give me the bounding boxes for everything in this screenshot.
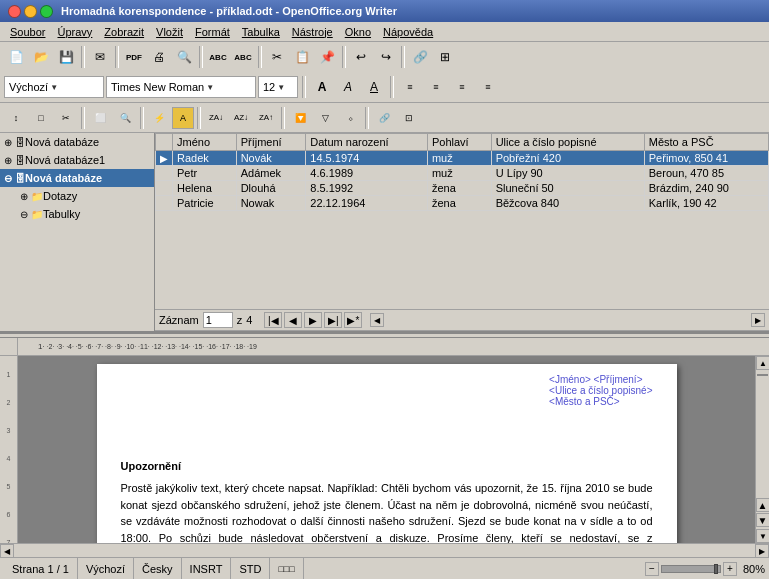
tb3-sort1[interactable]: ZA↓	[204, 106, 228, 130]
first-record-button[interactable]: |◀	[264, 312, 282, 328]
data-table: Jméno Příjmení Datum narození Pohlaví Ul…	[155, 133, 769, 211]
bold-button[interactable]: A	[310, 75, 334, 99]
align-right-button[interactable]: ≡	[450, 75, 474, 99]
table-row[interactable]: Petr Adámek 4.6.1989 muž U Lípy 90 Berou…	[156, 166, 769, 181]
cell-prijmeni: Adámek	[236, 166, 306, 181]
menu-okno[interactable]: Okno	[339, 24, 377, 40]
menu-napoveda[interactable]: Nápověda	[377, 24, 439, 40]
cell-pohlavi: žena	[427, 181, 491, 196]
preview-button[interactable]: 🔍	[172, 45, 196, 69]
ruler-corner	[0, 338, 18, 355]
zoom-bar[interactable]	[661, 565, 721, 573]
copy-button[interactable]: 📋	[290, 45, 314, 69]
font-size-selector[interactable]: 12 ▼	[258, 76, 298, 98]
email-button[interactable]: ✉	[88, 45, 112, 69]
print-button[interactable]: 🖨	[147, 45, 171, 69]
tb3-sort3[interactable]: ZA↑	[254, 106, 278, 130]
align-left-button[interactable]: ≡	[398, 75, 422, 99]
font-style-selector[interactable]: Výchozí ▼	[4, 76, 104, 98]
open-button[interactable]: 📂	[29, 45, 53, 69]
vscroll-track	[756, 370, 769, 496]
tree-item-db1[interactable]: ⊕ 🗄 Nová databáze	[0, 133, 154, 151]
tb3-color[interactable]: A	[172, 107, 194, 129]
cell-datum: 4.6.1989	[306, 166, 428, 181]
next-page-button[interactable]: ▼	[756, 513, 770, 527]
undo-button[interactable]: ↩	[349, 45, 373, 69]
align-justify-button[interactable]: ≡	[476, 75, 500, 99]
tb3-btn5[interactable]: 🔍	[113, 106, 137, 130]
italic-button[interactable]: A	[336, 75, 360, 99]
doc-hscroll[interactable]: ◀ ▶	[0, 543, 769, 557]
menu-tabulka[interactable]: Tabulka	[236, 24, 286, 40]
new-button[interactable]: 📄	[4, 45, 28, 69]
autocorrect-button[interactable]: ABC	[231, 45, 255, 69]
vscroll-up[interactable]: ▲	[756, 356, 769, 370]
status-std[interactable]: STD	[231, 558, 270, 579]
status-mode[interactable]: INSRT	[182, 558, 232, 579]
tb3-sort2[interactable]: AZ↓	[229, 106, 253, 130]
save-button[interactable]: 💾	[54, 45, 78, 69]
zoom-in-button[interactable]: +	[723, 562, 737, 576]
paste-button[interactable]: 📌	[315, 45, 339, 69]
menu-upravy[interactable]: Úpravy	[51, 24, 98, 40]
tb3-dblink[interactable]: 🔗	[372, 106, 396, 130]
record-number-input[interactable]	[203, 312, 233, 328]
document-canvas[interactable]: <Jméno> <Příjmení> <Ulice a číslo popisn…	[18, 356, 755, 543]
minimize-button[interactable]	[24, 5, 37, 18]
tree-item-db3[interactable]: ⊖ 🗄 Nová databáze	[0, 169, 154, 187]
table-row[interactable]: ▶ Radek Novák 14.5.1974 muž Pobřežní 420…	[156, 151, 769, 166]
document-body: Prostě jakýkoliv text, který chcete naps…	[121, 480, 653, 543]
tb3-btn3[interactable]: ✂	[54, 106, 78, 130]
table-scroll-area[interactable]: Jméno Příjmení Datum narození Pohlaví Ul…	[155, 133, 769, 309]
tb3-filter3[interactable]: ⬦	[338, 106, 362, 130]
menu-vlozit[interactable]: Vložit	[150, 24, 189, 40]
prev-page-button[interactable]: ▲	[756, 498, 770, 512]
hscroll-right[interactable]: ▶	[751, 313, 765, 327]
tb3-btn2[interactable]: □	[29, 106, 53, 130]
menu-format[interactable]: Formát	[189, 24, 236, 40]
tree-item-queries[interactable]: ⊕ 📁 Dotazy	[0, 187, 154, 205]
hscroll-doc-right[interactable]: ▶	[755, 544, 769, 558]
zoom-control[interactable]: − + 80%	[645, 562, 765, 576]
table-hscroll[interactable]: ◀ ▶	[370, 313, 765, 327]
sep-t3d	[281, 107, 285, 129]
align-center-button[interactable]: ≡	[424, 75, 448, 99]
tb3-btn4[interactable]: ⬜	[88, 106, 112, 130]
tree-item-db2[interactable]: ⊕ 🗄 Nová databáze1	[0, 151, 154, 169]
table-row[interactable]: Patricie Nowak 22.12.1964 žena Běžcova 8…	[156, 196, 769, 211]
tb3-filter2[interactable]: ▽	[313, 106, 337, 130]
tb3-btn6[interactable]: ⚡	[147, 106, 171, 130]
hyperlink-button[interactable]: 🔗	[408, 45, 432, 69]
cut-button[interactable]: ✂	[265, 45, 289, 69]
vscroll-thumb[interactable]	[757, 374, 768, 376]
underline-button[interactable]: A	[362, 75, 386, 99]
hscroll-left[interactable]: ◀	[370, 313, 384, 327]
prev-record-button[interactable]: ◀	[284, 312, 302, 328]
table-button[interactable]: ⊞	[433, 45, 457, 69]
tree-item-tables[interactable]: ⊖ 📁 Tabulky	[0, 205, 154, 223]
new-record-button[interactable]: ▶*	[344, 312, 362, 328]
hscroll-doc-left[interactable]: ◀	[0, 544, 14, 558]
pdf-button[interactable]: PDF	[122, 45, 146, 69]
tb3-btn1[interactable]: ↕	[4, 106, 28, 130]
last-record-button[interactable]: ▶|	[324, 312, 342, 328]
menu-zobrazit[interactable]: Zobrazit	[98, 24, 150, 40]
sep6	[401, 46, 405, 68]
table-row[interactable]: Helena Dlouhá 8.5.1992 žena Sluneční 50 …	[156, 181, 769, 196]
close-button[interactable]	[8, 5, 21, 18]
spellcheck-button[interactable]: ABC	[206, 45, 230, 69]
menu-nastroje[interactable]: Nástroje	[286, 24, 339, 40]
status-style: Výchozí	[78, 558, 134, 579]
tree-label-db2: Nová databáze1	[25, 154, 105, 166]
tb3-btn-extra[interactable]: ⊡	[397, 106, 421, 130]
maximize-button[interactable]	[40, 5, 53, 18]
address-line1: <Jméno> <Příjmení>	[549, 374, 652, 385]
zoom-out-button[interactable]: −	[645, 562, 659, 576]
doc-vscroll[interactable]: ▲ ▲ ▼ ▼	[755, 356, 769, 543]
menu-soubor[interactable]: Soubor	[4, 24, 51, 40]
tb3-filter1[interactable]: 🔽	[288, 106, 312, 130]
font-name-selector[interactable]: Times New Roman ▼	[106, 76, 256, 98]
vscroll-down[interactable]: ▼	[756, 529, 769, 543]
next-record-button[interactable]: ▶	[304, 312, 322, 328]
redo-button[interactable]: ↪	[374, 45, 398, 69]
